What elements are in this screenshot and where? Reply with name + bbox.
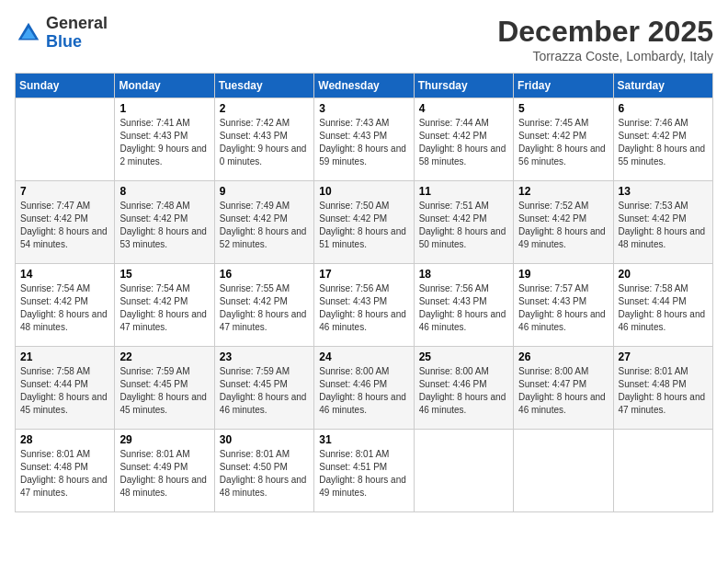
cell-info: Sunrise: 7:54 AMSunset: 4:42 PMDaylight:…: [20, 282, 109, 334]
day-number: 19: [518, 268, 608, 281]
day-number: 28: [20, 433, 109, 446]
day-number: 11: [419, 185, 508, 198]
day-number: 22: [119, 350, 209, 363]
cell-info: Sunrise: 7:58 AMSunset: 4:44 PMDaylight:…: [20, 365, 109, 417]
day-number: 7: [20, 185, 109, 198]
day-number: 12: [518, 185, 608, 198]
day-cell: 2Sunrise: 7:42 AMSunset: 4:43 PMDaylight…: [214, 98, 313, 181]
day-cell: 28Sunrise: 8:01 AMSunset: 4:48 PMDayligh…: [16, 430, 115, 512]
day-number: 27: [619, 350, 708, 363]
day-cell: 4Sunrise: 7:44 AMSunset: 4:42 PMDaylight…: [414, 98, 513, 181]
day-number: 5: [518, 102, 608, 115]
day-number: 26: [518, 350, 608, 363]
day-cell: 6Sunrise: 7:46 AMSunset: 4:42 PMDaylight…: [613, 98, 712, 181]
day-cell: 16Sunrise: 7:55 AMSunset: 4:42 PMDayligh…: [214, 264, 313, 347]
day-number: 3: [319, 102, 408, 115]
logo-icon: [15, 19, 42, 47]
day-cell: 22Sunrise: 7:59 AMSunset: 4:45 PMDayligh…: [115, 347, 214, 430]
day-number: 14: [20, 268, 109, 281]
cell-info: Sunrise: 8:01 AMSunset: 4:50 PMDaylight:…: [220, 448, 309, 500]
day-cell: 17Sunrise: 7:56 AMSunset: 4:43 PMDayligh…: [314, 264, 414, 347]
day-cell: 11Sunrise: 7:51 AMSunset: 4:42 PMDayligh…: [414, 181, 513, 264]
day-number: 16: [220, 268, 309, 281]
cell-info: Sunrise: 7:57 AMSunset: 4:43 PMDaylight:…: [518, 282, 608, 334]
day-cell: 18Sunrise: 7:56 AMSunset: 4:43 PMDayligh…: [414, 264, 513, 347]
logo: General Blue: [15, 15, 108, 52]
day-cell: 27Sunrise: 8:01 AMSunset: 4:48 PMDayligh…: [613, 347, 712, 430]
day-cell: 3Sunrise: 7:43 AMSunset: 4:43 PMDaylight…: [314, 98, 414, 181]
day-number: 13: [619, 185, 708, 198]
day-cell: 5Sunrise: 7:45 AMSunset: 4:42 PMDaylight…: [514, 98, 613, 181]
day-cell: [414, 430, 513, 512]
day-cell: 14Sunrise: 7:54 AMSunset: 4:42 PMDayligh…: [16, 264, 115, 347]
cell-info: Sunrise: 7:49 AMSunset: 4:42 PMDaylight:…: [220, 200, 309, 251]
cell-info: Sunrise: 7:45 AMSunset: 4:42 PMDaylight:…: [518, 117, 608, 168]
week-row-2: 14Sunrise: 7:54 AMSunset: 4:42 PMDayligh…: [16, 264, 713, 347]
day-cell: 24Sunrise: 8:00 AMSunset: 4:46 PMDayligh…: [314, 347, 414, 430]
week-row-0: 1Sunrise: 7:41 AMSunset: 4:43 PMDaylight…: [16, 98, 713, 181]
header-day-tuesday: Tuesday: [214, 74, 313, 98]
cell-info: Sunrise: 7:55 AMSunset: 4:42 PMDaylight:…: [220, 282, 309, 334]
cell-info: Sunrise: 7:58 AMSunset: 4:44 PMDaylight:…: [619, 282, 708, 334]
header-day-saturday: Saturday: [613, 74, 712, 98]
day-number: 31: [319, 433, 408, 446]
day-cell: [514, 430, 613, 512]
day-cell: [16, 98, 115, 181]
cell-info: Sunrise: 7:42 AMSunset: 4:43 PMDaylight:…: [220, 117, 309, 168]
header-row: SundayMondayTuesdayWednesdayThursdayFrid…: [16, 74, 713, 98]
cell-info: Sunrise: 7:44 AMSunset: 4:42 PMDaylight:…: [419, 117, 508, 168]
logo-text: General Blue: [46, 15, 108, 52]
cell-info: Sunrise: 7:56 AMSunset: 4:43 PMDaylight:…: [319, 282, 408, 334]
cell-info: Sunrise: 7:46 AMSunset: 4:42 PMDaylight:…: [619, 117, 708, 168]
cell-info: Sunrise: 8:00 AMSunset: 4:46 PMDaylight:…: [419, 365, 508, 417]
week-row-3: 21Sunrise: 7:58 AMSunset: 4:44 PMDayligh…: [16, 347, 713, 430]
subtitle: Torrazza Coste, Lombardy, Italy: [497, 49, 713, 63]
day-cell: 9Sunrise: 7:49 AMSunset: 4:42 PMDaylight…: [214, 181, 313, 264]
cell-info: Sunrise: 8:01 AMSunset: 4:49 PMDaylight:…: [119, 448, 209, 500]
day-number: 8: [119, 185, 209, 198]
week-row-1: 7Sunrise: 7:47 AMSunset: 4:42 PMDaylight…: [16, 181, 713, 264]
day-number: 21: [20, 350, 109, 363]
day-number: 17: [319, 268, 408, 281]
day-number: 4: [419, 102, 508, 115]
day-number: 25: [419, 350, 508, 363]
logo-blue: Blue: [46, 32, 82, 51]
cell-info: Sunrise: 7:53 AMSunset: 4:42 PMDaylight:…: [619, 200, 708, 251]
day-number: 6: [619, 102, 708, 115]
cell-info: Sunrise: 7:41 AMSunset: 4:43 PMDaylight:…: [119, 117, 209, 168]
day-number: 1: [119, 102, 209, 115]
day-cell: 20Sunrise: 7:58 AMSunset: 4:44 PMDayligh…: [613, 264, 712, 347]
cell-info: Sunrise: 7:43 AMSunset: 4:43 PMDaylight:…: [319, 117, 408, 168]
cell-info: Sunrise: 7:59 AMSunset: 4:45 PMDaylight:…: [119, 365, 209, 417]
day-cell: 31Sunrise: 8:01 AMSunset: 4:51 PMDayligh…: [314, 430, 414, 512]
day-cell: 10Sunrise: 7:50 AMSunset: 4:42 PMDayligh…: [314, 181, 414, 264]
day-number: 2: [220, 102, 309, 115]
day-number: 9: [220, 185, 309, 198]
day-cell: 13Sunrise: 7:53 AMSunset: 4:42 PMDayligh…: [613, 181, 712, 264]
cell-info: Sunrise: 8:00 AMSunset: 4:47 PMDaylight:…: [518, 365, 608, 417]
cell-info: Sunrise: 8:01 AMSunset: 4:51 PMDaylight:…: [319, 448, 408, 500]
calendar-body: 1Sunrise: 7:41 AMSunset: 4:43 PMDaylight…: [16, 98, 713, 512]
header: General Blue December 2025 Torrazza Cost…: [15, 15, 713, 63]
header-day-wednesday: Wednesday: [314, 74, 414, 98]
day-number: 18: [419, 268, 508, 281]
day-cell: 1Sunrise: 7:41 AMSunset: 4:43 PMDaylight…: [115, 98, 214, 181]
day-cell: 29Sunrise: 8:01 AMSunset: 4:49 PMDayligh…: [115, 430, 214, 512]
day-cell: 30Sunrise: 8:01 AMSunset: 4:50 PMDayligh…: [214, 430, 313, 512]
day-number: 20: [619, 268, 708, 281]
cell-info: Sunrise: 8:01 AMSunset: 4:48 PMDaylight:…: [20, 448, 109, 500]
cell-info: Sunrise: 7:48 AMSunset: 4:42 PMDaylight:…: [119, 200, 209, 251]
title-area: December 2025 Torrazza Coste, Lombardy, …: [497, 15, 713, 63]
day-number: 30: [220, 433, 309, 446]
cell-info: Sunrise: 7:59 AMSunset: 4:45 PMDaylight:…: [220, 365, 309, 417]
day-cell: 8Sunrise: 7:48 AMSunset: 4:42 PMDaylight…: [115, 181, 214, 264]
calendar-table: SundayMondayTuesdayWednesdayThursdayFrid…: [15, 73, 713, 512]
cell-info: Sunrise: 8:01 AMSunset: 4:48 PMDaylight:…: [619, 365, 708, 417]
day-cell: 21Sunrise: 7:58 AMSunset: 4:44 PMDayligh…: [16, 347, 115, 430]
day-cell: 23Sunrise: 7:59 AMSunset: 4:45 PMDayligh…: [214, 347, 313, 430]
day-cell: 26Sunrise: 8:00 AMSunset: 4:47 PMDayligh…: [514, 347, 613, 430]
cell-info: Sunrise: 7:51 AMSunset: 4:42 PMDaylight:…: [419, 200, 508, 251]
header-day-monday: Monday: [115, 74, 214, 98]
cell-info: Sunrise: 7:54 AMSunset: 4:42 PMDaylight:…: [119, 282, 209, 334]
header-day-sunday: Sunday: [16, 74, 115, 98]
